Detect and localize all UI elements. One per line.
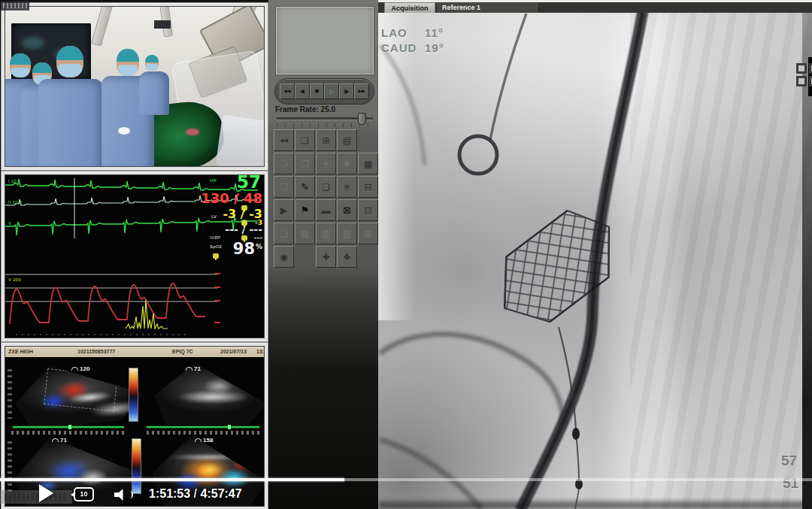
surgical-field bbox=[186, 129, 199, 135]
tool-button-loop-icon[interactable]: ❍ bbox=[274, 153, 294, 174]
tab-acquisition[interactable]: Acquisition bbox=[384, 2, 435, 13]
tool-button-grid-icon[interactable]: ⊞ bbox=[316, 129, 336, 151]
tool-button-monitor-icon[interactable]: ❐ bbox=[295, 153, 315, 174]
speaker-wave-icon bbox=[126, 491, 133, 498]
caud-value: 19° bbox=[425, 41, 444, 54]
spo2-label: SpO2 bbox=[210, 244, 222, 249]
echo-system: EPIQ 7C bbox=[172, 349, 193, 354]
tool-button-recall-icon[interactable]: ◀◀ bbox=[274, 129, 294, 151]
pigtail-loop bbox=[459, 136, 497, 174]
watermark-bottom-left bbox=[0, 490, 72, 504]
volume-button[interactable] bbox=[114, 489, 134, 501]
tool-button-delete-icon[interactable]: ⊠ bbox=[337, 199, 357, 221]
video-progress-played bbox=[0, 478, 344, 481]
glove bbox=[118, 127, 130, 135]
tool-button-send-icon[interactable]: ▶ bbox=[274, 199, 294, 221]
tavr-stent-frame bbox=[480, 196, 634, 338]
tool-button-stat-icon[interactable]: ◉ bbox=[274, 246, 294, 268]
echo-side-scale bbox=[8, 441, 12, 494]
pressure-scale-label: V 200 bbox=[8, 277, 21, 282]
caud-label: CAUD bbox=[381, 41, 425, 54]
tool-button-window-icon[interactable]: ▬ bbox=[316, 199, 336, 221]
nibp-label: NIBP bbox=[210, 235, 221, 240]
goto-end-button[interactable]: ▶▶ bbox=[354, 83, 369, 99]
art-value: 130 / 48 bbox=[201, 190, 262, 206]
step-forward-button[interactable]: ▶ bbox=[339, 83, 354, 99]
layout-grid-icon[interactable] bbox=[796, 63, 812, 89]
speaker-icon bbox=[114, 489, 126, 501]
tool-button-copy-icon[interactable]: ❑ bbox=[316, 176, 336, 198]
lao-label: LAO bbox=[381, 26, 425, 39]
tool-button-pen-icon[interactable]: ✎ bbox=[295, 176, 315, 198]
fluoroscopy-viewport: LAO 11° CAUD 19° 57 51 bbox=[378, 13, 812, 509]
goto-start-button[interactable]: ◀◀ bbox=[280, 83, 295, 99]
timeline-marker bbox=[68, 425, 71, 429]
stop-button[interactable]: ■ bbox=[310, 83, 325, 99]
delivery-wire bbox=[575, 489, 579, 509]
delivery-wire bbox=[577, 440, 579, 479]
projection-angles: LAO 11° CAUD 19° bbox=[381, 26, 444, 56]
hr-value: 57 bbox=[237, 174, 261, 192]
spo2-unit: % bbox=[256, 243, 262, 250]
angio-control-sidebar: ◀◀ ◀ ■ ▷ ▶ ▶▶ Frame Rate: 25.0 ◀◀ ❏ ⊞ ▤ … bbox=[268, 0, 380, 509]
or-camera-view bbox=[5, 6, 265, 167]
replay-10-button[interactable]: 10 bbox=[74, 487, 94, 501]
xray-warning-sign bbox=[154, 20, 171, 29]
lv-label: LV bbox=[211, 214, 217, 219]
radiopaque-marker bbox=[572, 428, 580, 440]
sector-angle: 120 bbox=[71, 365, 89, 372]
echo-annotation-row bbox=[11, 431, 124, 435]
tool-button-doc2-icon[interactable]: ▥ bbox=[316, 223, 336, 244]
tool-button-shell-icon[interactable]: ❖ bbox=[337, 246, 357, 268]
or-camera-panel bbox=[1, 2, 268, 171]
echo-exam-id: 1021150853777 bbox=[77, 349, 115, 354]
tool-button-cine-icon[interactable]: ❒ bbox=[274, 176, 294, 198]
tab-reference-1[interactable]: Reference 1 bbox=[437, 2, 539, 13]
reference-thumbnail bbox=[275, 6, 374, 75]
doppler-color-scale bbox=[129, 368, 138, 422]
viewer-tab-bar: Acquisition Reference 1 bbox=[378, 2, 812, 13]
instrument-table bbox=[216, 114, 265, 167]
alarm-icon bbox=[213, 253, 219, 259]
echo-header: ZXE HIGH 1021150853777 EPIQ 7C 2021/07/1… bbox=[5, 347, 264, 357]
frame-rate-slider[interactable] bbox=[277, 117, 373, 120]
tool-button-wrench-icon[interactable]: ✚ bbox=[316, 246, 336, 268]
spo2-value: 98 bbox=[233, 240, 255, 258]
lead-label: II 10 X bbox=[8, 200, 23, 205]
catheter-shadow bbox=[380, 45, 425, 165]
tool-button-flag-icon[interactable]: ⚑ bbox=[295, 199, 315, 221]
xray-devices bbox=[378, 13, 812, 509]
time-separator: / bbox=[194, 487, 197, 500]
slider-ticks bbox=[277, 123, 373, 127]
video-play-button[interactable] bbox=[39, 484, 53, 502]
tool-button-tree-icon[interactable]: ✱ bbox=[337, 153, 357, 174]
video-progress-bar[interactable] bbox=[0, 478, 812, 481]
tool-button-clipboard-icon[interactable]: ▦ bbox=[358, 153, 378, 174]
tee-probe-shadow bbox=[380, 335, 562, 425]
step-back-button[interactable]: ◀ bbox=[295, 83, 310, 99]
vitals-monitor-screen: I 10 II 10 X V V 200 HR 57 ART 130 / 48 … bbox=[5, 174, 265, 338]
tool-button-hand-icon[interactable]: ✳ bbox=[337, 176, 357, 198]
tool-button-print-icon[interactable]: ⊞ bbox=[358, 223, 378, 244]
frame-counter-top: 57 bbox=[781, 453, 797, 469]
tool-button-folder2-icon[interactable]: ❏ bbox=[274, 223, 294, 244]
tool-button-report-icon[interactable]: ▤ bbox=[337, 129, 357, 151]
echo-sector-2d bbox=[154, 363, 265, 425]
frame-rate-label: Frame Rate: 25.0 bbox=[275, 105, 335, 114]
tool-button-image-icon[interactable]: ▧ bbox=[337, 223, 357, 244]
lao-value: 11° bbox=[425, 26, 444, 39]
tool-button-connector-icon[interactable]: ⊟ bbox=[358, 176, 378, 198]
echo-date: 2021/07/13 bbox=[220, 349, 247, 354]
tool-button-doc-icon[interactable]: ▤ bbox=[295, 223, 315, 244]
sector-angle: 71 bbox=[186, 365, 201, 372]
echo-side-scale bbox=[8, 369, 12, 419]
play-button[interactable]: ▷ bbox=[324, 83, 339, 99]
echo-facility: ZXE HIGH bbox=[8, 349, 33, 354]
echo-screen: ZXE HIGH 1021150853777 EPIQ 7C 2021/07/1… bbox=[5, 346, 265, 507]
video-time-display: 1:51:53 / 4:57:47 bbox=[149, 487, 242, 501]
lead-label: I 10 bbox=[8, 179, 17, 183]
tool-button-crosshair-icon[interactable]: ✦ bbox=[316, 153, 336, 174]
tool-button-folder-icon[interactable]: ❏ bbox=[295, 129, 315, 151]
ecg-timeline bbox=[147, 426, 259, 428]
tool-button-connector2-icon[interactable]: ⊡ bbox=[358, 199, 378, 221]
